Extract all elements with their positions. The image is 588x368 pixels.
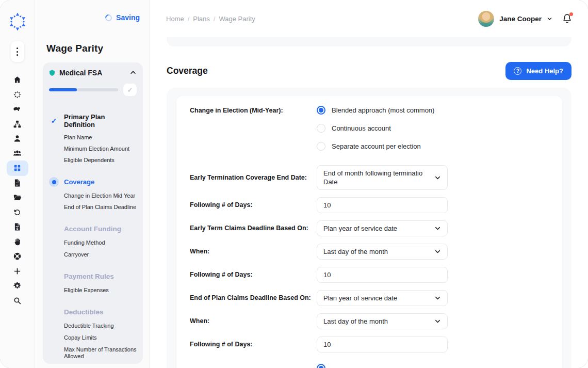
when-select-1[interactable]: Last day of the month — [317, 244, 448, 260]
question-icon: ? — [514, 67, 521, 75]
top-bar: Home / Plans / Wage Parity Jane Cooper — [150, 0, 588, 37]
field-label-early-term-claims-deadline: Early Term Claims Deadline Based On: — [190, 225, 317, 232]
radio-separate-account[interactable]: Separate account per election — [317, 142, 448, 151]
nav-section-deductibles[interactable]: Deductibles — [64, 308, 137, 316]
spinner-icon — [104, 13, 113, 22]
avatar[interactable] — [478, 11, 494, 27]
nav-item-deductible-tracking[interactable]: Deductible Tracking — [64, 323, 137, 329]
need-help-button[interactable]: ? Need Help? — [505, 62, 571, 80]
app-window: $ Saving Wage Parity — [0, 0, 588, 368]
nav-item-copay-limits[interactable]: Copay Limits — [64, 334, 137, 341]
chevron-up-icon[interactable] — [129, 69, 137, 76]
field-label-following-days-2: Following # of Days: — [190, 271, 317, 279]
breadcrumb: Home / Plans / Wage Parity — [166, 15, 255, 23]
progress-check-badge: ✓ — [123, 84, 137, 96]
nav-item-carryover[interactable]: Carryover — [64, 251, 137, 258]
when-select-2[interactable]: Last day of the month — [317, 313, 448, 329]
folder-open-icon[interactable] — [13, 193, 22, 202]
nav-item-plan-name[interactable]: Plan Name — [64, 134, 137, 141]
page-title: Wage Parity — [46, 43, 149, 54]
plus-icon[interactable] — [13, 267, 22, 276]
radio-icon — [317, 124, 325, 133]
clipped-radio[interactable] — [317, 364, 448, 368]
check-icon: ✓ — [49, 117, 59, 125]
radio-blended-approach[interactable]: Blended approach (most common) — [317, 106, 448, 115]
chevron-down-icon — [434, 318, 441, 325]
settings-gear-icon[interactable] — [13, 281, 22, 290]
following-days-input-2[interactable] — [317, 267, 448, 283]
chevron-down-icon — [434, 174, 441, 181]
following-days-input-3[interactable] — [317, 337, 448, 353]
active-dot-icon — [49, 177, 59, 187]
early-termination-end-date-select[interactable]: End of month following terminatio Date — [317, 165, 448, 190]
nav-item-change-in-election-mid-year[interactable]: Change in Election Mid Year — [64, 193, 137, 199]
chevron-down-icon — [434, 295, 441, 301]
radio-continuous-account[interactable]: Continuous account — [317, 124, 448, 133]
apps-grid-icon-active[interactable] — [7, 161, 28, 176]
kebab-menu-icon[interactable] — [11, 41, 24, 62]
document-icon[interactable] — [13, 179, 22, 187]
coverage-card: Change in Election (Mid-Year): Blended a… — [167, 88, 571, 368]
nav-section-primary-plan-definition[interactable]: ✓ Primary Plan Definition — [49, 113, 137, 129]
following-days-input-1[interactable] — [317, 197, 448, 213]
field-label-when-1: When: — [190, 248, 317, 255]
svg-text:$: $ — [17, 227, 19, 230]
saving-label: Saving — [116, 13, 140, 22]
home-icon[interactable] — [13, 75, 22, 84]
nav-item-eligible-dependents[interactable]: Eligible Dependents — [64, 157, 137, 164]
field-label-following-days-3: Following # of Days: — [190, 341, 317, 348]
plan-shield-icon — [49, 70, 55, 76]
chevron-down-icon — [547, 16, 552, 22]
field-label-following-days-1: Following # of Days: — [190, 201, 317, 209]
plan-nav-card: Medical FSA ✓ ✓ Primary Plan Definition — [43, 62, 143, 364]
previous-card-remnant — [167, 37, 571, 46]
brand-logo-icon[interactable] — [6, 10, 29, 33]
nav-item-eligible-expenses[interactable]: Eligible Expenses — [64, 287, 137, 294]
saving-indicator: Saving — [105, 13, 140, 22]
life-ring-icon[interactable] — [13, 252, 22, 261]
early-term-claims-deadline-select[interactable]: Plan year of service date — [317, 220, 448, 236]
radio-selected-icon — [317, 364, 325, 368]
end-of-plan-claims-deadline-select[interactable]: Plan year of service date — [317, 290, 448, 306]
sidebar: Saving Wage Parity Medical FSA ✓ — [35, 0, 150, 368]
nav-item-end-of-plan-claims-deadline[interactable]: End of Plan Claims Deadline — [64, 204, 137, 211]
field-label-end-of-plan-claims-deadline: End of Plan Claims Deadline Based On: — [190, 294, 317, 302]
icon-rail: $ — [0, 0, 35, 368]
nav-section-coverage[interactable]: Coverage — [49, 177, 137, 187]
nav-section-payment-rules[interactable]: Payment Rules — [64, 273, 137, 280]
breadcrumb-wage-parity[interactable]: Wage Parity — [219, 15, 255, 23]
change-in-election-radio-group: Blended approach (most common) Continuou… — [317, 106, 448, 151]
nav-section-account-funding[interactable]: Account Funding — [64, 225, 137, 233]
notification-dot — [569, 12, 573, 16]
section-title: Coverage — [167, 66, 208, 76]
search-icon[interactable] — [13, 296, 22, 305]
radio-icon — [317, 142, 325, 151]
hand-icon[interactable] — [13, 237, 22, 246]
clipped-next-row — [190, 364, 549, 368]
users-icon[interactable] — [13, 149, 22, 158]
user-icon[interactable] — [13, 134, 22, 143]
plan-name: Medical FSA — [59, 69, 102, 77]
field-label-change-in-election: Change in Election (Mid-Year): — [190, 106, 317, 115]
radio-selected-icon — [317, 106, 325, 115]
undo-icon[interactable] — [13, 208, 22, 217]
plan-progress-bar — [49, 88, 118, 91]
breadcrumb-home[interactable]: Home — [166, 15, 184, 23]
user-menu[interactable]: Jane Cooper — [478, 11, 552, 27]
invoice-dollar-icon[interactable]: $ — [13, 222, 22, 231]
sitemap-icon[interactable] — [13, 120, 22, 129]
nav-item-funding-method[interactable]: Funding Method — [64, 239, 137, 246]
coverage-form: Change in Election (Mid-Year): Blended a… — [176, 96, 562, 368]
user-name: Jane Cooper — [499, 15, 542, 23]
chevron-down-icon — [434, 248, 441, 255]
breadcrumb-plans[interactable]: Plans — [193, 15, 210, 23]
nav-item-max-number-of-transactions[interactable]: Max Number of Transactions Allowed — [64, 346, 137, 360]
field-label-early-termination-end-date: Early Termination Coverage End Date: — [190, 174, 317, 182]
field-label-when-2: When: — [190, 317, 317, 325]
chevron-down-icon — [434, 225, 441, 232]
main-content: Home / Plans / Wage Parity Jane Cooper C… — [150, 0, 588, 368]
community-burst-icon[interactable] — [13, 90, 22, 99]
notifications-bell-icon[interactable] — [562, 13, 573, 24]
nav-item-minimum-election-amount[interactable]: Minimum Election Amount — [64, 146, 137, 152]
handshake-icon[interactable] — [13, 105, 22, 114]
